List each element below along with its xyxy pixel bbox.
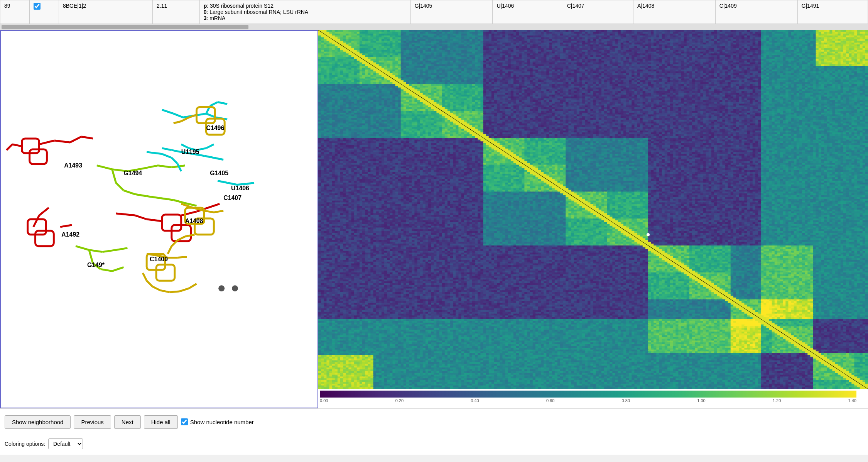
show-nucleotide-number-label[interactable]: Show nucleotide number: [181, 418, 254, 425]
svg-line-80: [177, 257, 187, 258]
nuc-5: C|1409: [715, 0, 797, 24]
row-checkbox[interactable]: [29, 0, 59, 24]
label-a1408: A1408: [185, 218, 203, 224]
chain-descriptions: p: 30S ribosomal protein S12 0: Large su…: [199, 0, 410, 24]
bottom-bar-row2: Coloring options: Default Chain Residue …: [0, 435, 868, 455]
show-neighborhood-button[interactable]: Show neighborhood: [5, 415, 71, 429]
heatmap-canvas: [318, 30, 868, 389]
nuc-4: A|1408: [633, 0, 716, 24]
horizontal-scrollbar[interactable]: [0, 24, 868, 30]
coloring-select[interactable]: Default Chain Residue B-factor: [48, 438, 83, 449]
label-g1494: G1494: [123, 170, 142, 176]
mol-viewer-panel: C1496 U1195 G1405 U1406 C1407 A1408 C140…: [0, 30, 318, 408]
label-u1406: U1406: [231, 185, 249, 191]
label-a1492: A1492: [61, 231, 79, 238]
dot-2: [232, 285, 238, 291]
nuc-2: U|1406: [493, 0, 563, 24]
coloring-options-label: Coloring options:: [5, 441, 45, 447]
row-number: 89: [0, 0, 30, 24]
hide-all-button[interactable]: Hide all: [144, 415, 178, 429]
show-nucleotide-number-checkbox[interactable]: [181, 418, 188, 425]
dot-1: [218, 285, 225, 291]
next-button[interactable]: Next: [114, 415, 141, 429]
resolution: 2.11: [153, 0, 200, 24]
mol-structure-svg: C1496 U1195 G1405 U1406 C1407 A1408 C140…: [1, 31, 317, 408]
label-a1493: A1493: [64, 162, 82, 169]
label-c1409: C1409: [150, 256, 168, 262]
label-g1405: G1405: [210, 170, 228, 176]
svg-line-69: [237, 184, 247, 184]
pdb-id: 8BGE|1|2: [59, 0, 152, 24]
label-u1195: U1195: [181, 149, 199, 155]
label-g1491: G149*: [87, 262, 105, 268]
colorscale-container: 0.00 0.20 0.40 0.60 0.80 1.00 1.20 1.40: [318, 389, 868, 408]
nuc-3: C|1407: [563, 0, 633, 24]
previous-button[interactable]: Previous: [74, 415, 111, 429]
nuc-1: G|1405: [410, 0, 493, 24]
label-c1407: C1407: [223, 195, 241, 201]
scrollbar-thumb[interactable]: [2, 25, 248, 29]
bottom-controls: Show neighborhood Previous Next Hide all…: [0, 408, 868, 455]
data-table: 89 8BGE|1|2 2.11 p: 30S ribosomal protei…: [0, 0, 868, 24]
nuc-6: G|1491: [797, 0, 868, 24]
colorscale-labels: 0.00 0.20 0.40 0.60 0.80 1.00 1.20 1.40: [320, 398, 856, 404]
svg-line-96: [170, 291, 179, 292]
svg-line-70: [247, 183, 254, 184]
bottom-bar-row1: Show neighborhood Previous Next Hide all…: [0, 409, 868, 435]
heatmap-panel: 0.00 0.20 0.40 0.60 0.80 1.00 1.20 1.40: [318, 30, 868, 408]
main-content-area: C1496 U1195 G1405 U1406 C1407 A1408 C140…: [0, 30, 868, 408]
svg-rect-0: [1, 31, 317, 407]
colorscale-gradient: [320, 391, 856, 398]
heatmap-wrapper: [318, 30, 868, 389]
label-c1496: C1496: [206, 125, 224, 131]
